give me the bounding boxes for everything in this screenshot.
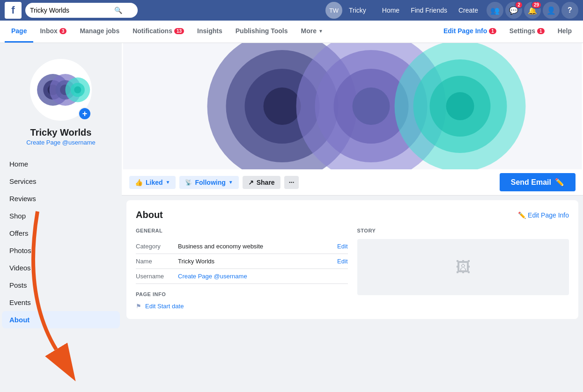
notifications-sub-badge: 13 (174, 28, 184, 34)
sub-nav-settings[interactable]: Settings 1 (503, 21, 551, 43)
about-row-name: Name Tricky Worlds Edit (136, 254, 348, 269)
username-create-link[interactable]: Create Page @username (178, 273, 247, 280)
liked-button[interactable]: 👍 Liked ▼ (129, 176, 176, 189)
share-button[interactable]: ↗ Share (243, 176, 280, 189)
search-bar: 🔍 (25, 3, 138, 18)
page-actions: 👍 Liked ▼ 📡 Following ▼ ↗ Share ··· Send… (122, 169, 583, 196)
nav-icon-group: 👥 💬 2 🔔 29 👤 ? (487, 2, 578, 19)
image-placeholder-icon: 🖼 (456, 259, 471, 276)
general-section-title: GENERAL (136, 228, 348, 233)
edit-start-date-row[interactable]: ⚑ Edit Start date (136, 303, 348, 310)
sidebar-item-reviews[interactable]: Reviews (2, 190, 120, 207)
page-info-title: PAGE INFO (136, 291, 348, 297)
sidebar-item-offers[interactable]: Offers (2, 225, 120, 242)
sidebar-nav: Home Services Reviews Shop Offers Photos (0, 155, 122, 338)
page-name: Tricky Worlds (30, 127, 92, 138)
sidebar-item-services[interactable]: Services (2, 173, 120, 190)
rss-icon: 📡 (185, 179, 192, 186)
flag-icon: ⚑ (136, 303, 141, 310)
share-icon: ↗ (248, 179, 254, 186)
search-icon: 🔍 (114, 7, 122, 14)
about-header: About ✏️ Edit Page Info (136, 210, 569, 220)
messages-icon-btn[interactable]: 💬 2 (505, 2, 522, 19)
notifications-badge: 29 (531, 1, 542, 9)
sub-nav-help[interactable]: Help (551, 21, 578, 43)
pencil-icon: ✏️ (555, 178, 564, 187)
sidebar-item-posts[interactable]: Posts (2, 276, 120, 294)
chevron-down-liked-icon: ▼ (166, 180, 170, 185)
svg-point-8 (74, 86, 81, 93)
profile-section: + Tricky Worlds Create Page @username (0, 48, 122, 155)
about-right-col: STORY 🖼 (357, 228, 569, 310)
about-left-col: GENERAL Category Business and economy we… (136, 228, 348, 310)
add-photo-button[interactable]: + (78, 107, 91, 120)
nav-home-link[interactable]: Home (377, 4, 404, 17)
cover-photo-svg (122, 43, 583, 169)
sidebar-item-about[interactable]: About (2, 311, 120, 328)
sub-nav-edit-page-info[interactable]: Edit Page Info 1 (437, 21, 503, 43)
name-edit-link[interactable]: Edit (337, 258, 347, 265)
category-edit-link[interactable]: Edit (337, 243, 347, 250)
sidebar-item-home[interactable]: Home (2, 155, 120, 173)
notifications-icon-btn[interactable]: 🔔 29 (524, 2, 541, 19)
sub-nav-page[interactable]: Page (5, 21, 33, 43)
group-join-icon-btn[interactable]: 👤 (543, 2, 560, 19)
sub-nav-manage-jobs[interactable]: Manage jobs (73, 21, 126, 43)
name-value: Tricky Worlds (178, 258, 332, 265)
svg-point-18 (353, 87, 390, 125)
name-label: Name (136, 258, 173, 265)
nav-links: Home Find Friends Create (377, 4, 483, 17)
main-layout: + Tricky Worlds Create Page @username Ho… (0, 43, 583, 392)
avatar-container: + (28, 57, 94, 123)
sidebar-item-shop[interactable]: Shop (2, 207, 120, 225)
search-input[interactable] (30, 7, 114, 14)
svg-point-14 (264, 87, 301, 125)
following-button[interactable]: 📡 Following ▼ (179, 176, 238, 189)
story-section-title: STORY (357, 228, 569, 233)
main-content: 👍 Liked ▼ 📡 Following ▼ ↗ Share ··· Send… (122, 43, 583, 392)
category-label: Category (136, 243, 173, 250)
category-value: Business and economy website (178, 243, 332, 250)
sidebar-item-photos[interactable]: Photos (2, 242, 120, 259)
user-profile-pic[interactable]: TW (325, 2, 342, 19)
sub-nav-notifications[interactable]: Notifications 13 (126, 21, 191, 43)
nav-profile-link[interactable]: Tricky (344, 4, 371, 17)
sub-nav: Page Inbox 3 Manage jobs Notifications 1… (0, 21, 583, 43)
more-button[interactable]: ··· (284, 176, 299, 189)
sidebar-item-events[interactable]: Events (2, 294, 120, 311)
chevron-down-following-icon: ▼ (229, 180, 233, 185)
profile-nav: TW Tricky (325, 2, 371, 19)
about-title: About (136, 210, 163, 220)
sub-nav-inbox[interactable]: Inbox 3 (33, 21, 73, 43)
friends-icon-btn[interactable]: 👥 (487, 2, 503, 19)
group-icon: 👤 (546, 6, 556, 15)
edit-page-info-badge: 1 (489, 28, 496, 34)
about-section: About ✏️ Edit Page Info GENERAL Category… (126, 200, 578, 319)
story-placeholder: 🖼 (357, 239, 569, 295)
help-icon: ? (568, 6, 572, 15)
thumbs-up-icon: 👍 (135, 179, 143, 186)
sub-nav-more[interactable]: More ▼ (294, 21, 329, 43)
facebook-logo: f (5, 2, 22, 19)
svg-point-22 (446, 92, 474, 120)
about-grid: GENERAL Category Business and economy we… (136, 228, 569, 310)
help-icon-btn[interactable]: ? (561, 2, 578, 19)
chevron-down-icon: ▼ (318, 29, 323, 34)
edit-page-info-link[interactable]: ✏️ Edit Page Info (518, 211, 569, 219)
settings-badge: 1 (537, 28, 545, 34)
cover-photo (122, 43, 583, 169)
inbox-badge: 3 (59, 28, 67, 34)
messages-badge: 2 (515, 1, 523, 9)
sidebar: + Tricky Worlds Create Page @username Ho… (0, 43, 122, 392)
username-label: Username (136, 273, 173, 280)
send-email-button[interactable]: Send Email ✏️ (500, 173, 576, 191)
sidebar-item-videos[interactable]: Videos (2, 259, 120, 276)
about-row-category: Category Business and economy website Ed… (136, 239, 348, 254)
nav-find-friends-link[interactable]: Find Friends (406, 4, 452, 17)
page-username[interactable]: Create Page @username (26, 139, 96, 146)
sub-nav-publishing-tools[interactable]: Publishing Tools (229, 21, 295, 43)
sub-nav-insights[interactable]: Insights (191, 21, 229, 43)
sidebar-nav-wrapper: Home Services Reviews Shop Offers Photos (0, 155, 122, 338)
pencil-edit-icon: ✏️ (518, 211, 526, 219)
nav-create-link[interactable]: Create (454, 4, 483, 17)
